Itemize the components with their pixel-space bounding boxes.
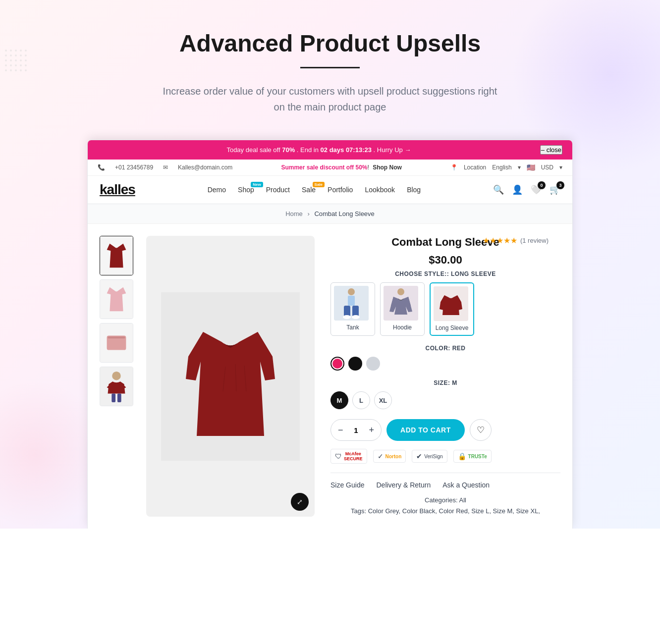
thumbnail-1[interactable] [100, 236, 133, 275]
color-swatch-red[interactable] [330, 357, 344, 371]
wishlist-button[interactable]: 🤍 0 [531, 184, 542, 195]
thumbnail-4[interactable] [100, 367, 133, 406]
size-btn-xl[interactable]: XL [374, 391, 392, 409]
product-details: Combat Long Sleeve $30.00 ★★★★★ (1 revie… [327, 236, 560, 517]
color-options [330, 357, 560, 371]
flag-icon: 🇺🇸 [527, 163, 535, 171]
hero-divider [300, 67, 360, 68]
tags-value: Color Grey, Color Black, Color Red, Size… [368, 507, 540, 515]
qty-decrease-button[interactable]: − [331, 420, 350, 440]
main-navigation: kalles Demo ShopNew Product SaleSale Por… [88, 176, 572, 204]
truste-icon: 🔒 [458, 452, 466, 460]
star-icons: ★★★★★ [483, 236, 517, 245]
location-label: Location [464, 164, 486, 171]
top-bar: 📞 +01 23456789 ✉ Kalles@domain.com Summe… [88, 160, 572, 176]
svg-point-19 [352, 315, 360, 319]
language-selector[interactable]: English [492, 164, 511, 171]
size-btn-m[interactable]: M [330, 391, 348, 409]
top-bar-right: 📍 Location English ▾ 🇺🇸 USD ▾ [450, 163, 562, 171]
nav-link-blog[interactable]: Blog [407, 186, 421, 194]
style-option-hoodie[interactable]: Hoodie [380, 282, 425, 336]
expand-image-button[interactable]: ⤢ [291, 493, 309, 511]
thumbnail-2[interactable] [100, 279, 133, 319]
badge-verisign: ✔ VeriSign [412, 450, 447, 463]
announcement-discount: 70% [282, 146, 295, 154]
location-icon: 📍 [450, 164, 458, 171]
announcement-close-button[interactable]: – close [540, 145, 562, 155]
style-option-longsleeve[interactable]: Long Sleeve [430, 282, 474, 336]
product-meta: Categories: All Tags: Color Grey, Color … [330, 495, 560, 517]
size-label: SIZE: M [330, 379, 560, 386]
thumbnail-list [100, 236, 134, 517]
top-bar-left: 📞 +01 23456789 ✉ Kalles@domain.com [98, 164, 232, 171]
breadcrumb-separator: › [307, 210, 309, 217]
style-option-tank[interactable]: Tank [330, 282, 375, 336]
categories-value: All [459, 496, 466, 504]
announcement-after: . Hurry Up → [374, 146, 411, 154]
breadcrumb-home[interactable]: Home [285, 210, 303, 217]
announcement-countdown: 02 days 07:13:23 [321, 146, 372, 154]
thumbnail-3[interactable] [100, 323, 133, 363]
nav-link-portfolio[interactable]: Portfolio [328, 186, 353, 194]
verisign-icon: ✔ [416, 452, 422, 460]
announcement-middle: . End in [297, 146, 321, 154]
nav-link-demo[interactable]: Demo [208, 186, 226, 194]
wishlist-toggle-button[interactable]: ♡ [470, 419, 492, 441]
style-hoodie-label: Hoodie [393, 324, 412, 331]
currency-chevron-icon: ▾ [559, 164, 562, 171]
style-options: Tank [330, 282, 560, 336]
quantity-control: − 1 + [330, 419, 382, 441]
tab-size-guide[interactable]: Size Guide [330, 481, 364, 489]
breadcrumb: Home › Combat Long Sleeve [88, 204, 572, 224]
announcement-text: Today deal sale off 70% . End in 02 days… [98, 146, 540, 154]
search-button[interactable]: 🔍 [493, 184, 504, 195]
color-swatch-black[interactable] [348, 357, 362, 371]
svg-rect-4 [108, 336, 125, 338]
product-price: $30.00 [330, 254, 560, 267]
add-to-cart-button[interactable]: ADD TO CART [386, 419, 465, 441]
style-img-hoodie [384, 286, 418, 321]
svg-rect-8 [117, 394, 121, 402]
nav-link-sale[interactable]: SaleSale [302, 186, 316, 194]
add-to-cart-row: − 1 + ADD TO CART ♡ [330, 419, 560, 441]
style-tank-label: Tank [346, 324, 359, 331]
logo[interactable]: kalles [100, 182, 135, 198]
nav-link-product[interactable]: Product [266, 186, 290, 194]
truste-label: TRUSTe [468, 454, 487, 459]
style-longsleeve-label: Long Sleeve [436, 324, 469, 331]
tab-ask-question[interactable]: Ask a Question [442, 481, 490, 489]
size-options: M L XL [330, 391, 560, 409]
norton-label: Norton [385, 454, 402, 459]
wishlist-count: 0 [538, 181, 546, 189]
product-tabs: Size Guide Delivery & Return Ask a Quest… [330, 473, 560, 489]
mcafee-label: McAfeeSECURE [344, 451, 363, 461]
qty-increase-button[interactable]: + [362, 420, 382, 440]
account-button[interactable]: 👤 [512, 184, 523, 195]
currency-label[interactable]: USD [541, 164, 553, 171]
product-shirt-svg [161, 292, 300, 461]
size-btn-l[interactable]: L [352, 391, 370, 409]
nav-link-shop[interactable]: ShopNew [238, 186, 254, 194]
svg-rect-15 [348, 296, 355, 306]
nav-item-lookbook: Lookbook [365, 185, 395, 194]
norton-icon: ✓ [378, 452, 384, 460]
svg-rect-16 [344, 306, 350, 317]
breadcrumb-current: Combat Long Sleeve [314, 210, 374, 217]
product-rating: ★★★★★ (1 review) [483, 236, 549, 245]
product-section: ⤢ Combat Long Sleeve $30.00 ★★★★★ (1 rev… [88, 224, 572, 529]
summer-sale-discount: 50% [355, 164, 367, 171]
nav-link-lookbook[interactable]: Lookbook [365, 186, 395, 194]
cart-count: 3 [556, 181, 564, 189]
tab-delivery-return[interactable]: Delivery & Return [376, 481, 431, 489]
color-swatch-grey[interactable] [366, 357, 380, 371]
categories-label: Categories: [425, 496, 457, 504]
verisign-label: VeriSign [424, 454, 442, 459]
cart-button[interactable]: 🛒 3 [550, 184, 560, 195]
svg-point-18 [343, 315, 351, 319]
email-icon: ✉ [163, 164, 168, 171]
summer-sale-before: Summer sale discount off [281, 164, 355, 171]
product-header-row: Combat Long Sleeve $30.00 ★★★★★ (1 revie… [330, 236, 560, 270]
svg-point-6 [112, 372, 120, 380]
sale-badge: Sale [313, 182, 325, 187]
shop-now-link[interactable]: Shop Now [373, 164, 402, 171]
